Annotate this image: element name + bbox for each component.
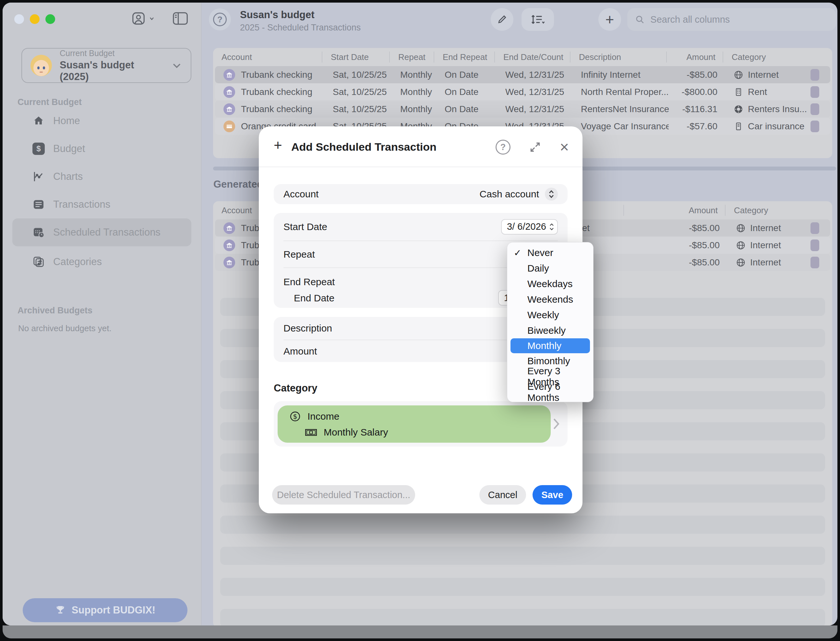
budget-selector-value: Susan's budget (2025)	[60, 59, 163, 83]
support-budgix-button[interactable]: Support BUDGIX!	[23, 598, 187, 622]
check-icon: ✓	[514, 248, 521, 258]
table-row[interactable]: Trubank checking Sat, 10/25/25 Monthly O…	[215, 100, 830, 118]
bank-account-icon	[223, 257, 235, 268]
budget-icon: $	[32, 143, 45, 155]
end-date-label: End Date	[294, 293, 334, 304]
category-color-swatch[interactable]	[811, 87, 819, 97]
home-icon	[32, 115, 45, 127]
account-menu-button[interactable]	[131, 11, 155, 26]
chevron-down-icon	[149, 15, 155, 22]
credit-card-account-icon	[223, 121, 235, 132]
sidebar-item-charts[interactable]: Charts	[12, 163, 191, 190]
help-button[interactable]: ?	[209, 8, 231, 31]
up-down-chevrons-icon	[548, 190, 554, 198]
dialog-help-button[interactable]: ?	[496, 140, 510, 155]
menu-item-biweekly[interactable]: Biweekly	[507, 323, 593, 338]
archived-empty-text: No archived budgets yet.	[18, 324, 111, 333]
edit-button[interactable]	[491, 8, 514, 31]
generated-section-heading: Generated	[213, 179, 263, 190]
budget-selector-label: Current Budget	[60, 48, 163, 58]
repeat-label: Repeat	[283, 249, 315, 260]
sidebar-section-archived-budgets: Archived Budgets	[18, 306, 92, 316]
category-selector[interactable]: $ Income Monthly Salary	[274, 401, 567, 446]
bank-account-icon	[223, 86, 235, 98]
sidebar-section-current-budget: Current Budget	[18, 97, 82, 107]
category-item-label: Monthly Salary	[324, 427, 388, 438]
line-spacing-icon	[531, 13, 545, 26]
menu-item-weekly[interactable]: Weekly	[507, 307, 593, 323]
bank-account-icon	[223, 240, 235, 251]
svg-text:$: $	[293, 412, 297, 420]
dialog-title: Add Scheduled Transaction	[291, 141, 436, 153]
transactions-icon	[32, 198, 45, 211]
category-color-swatch[interactable]	[811, 70, 819, 80]
start-date-stepper[interactable]: 3/ 6/2026	[501, 219, 558, 235]
dialog-expand-button[interactable]	[529, 141, 542, 154]
toggle-sidebar-button[interactable]	[173, 11, 188, 26]
sidebar-item-transactions[interactable]: Transactions	[12, 190, 191, 218]
category-color-swatch[interactable]	[811, 240, 819, 251]
sidebar-item-scheduled-transactions[interactable]: Scheduled Transactions	[12, 218, 191, 246]
chevron-right-icon	[552, 417, 561, 430]
close-window-button[interactable]	[14, 14, 24, 24]
account-select-button[interactable]	[545, 188, 558, 201]
save-button[interactable]: Save	[533, 485, 572, 504]
account-group: Account Cash account	[274, 184, 567, 204]
sidebar-panel-icon	[173, 11, 188, 26]
category-heading: Category	[274, 382, 317, 394]
amount-label: Amount	[283, 346, 317, 357]
page-subtitle: 2025 - Scheduled Transactions	[240, 23, 361, 33]
help-icon: ?	[213, 13, 227, 26]
globe-icon	[736, 240, 746, 250]
menu-item-never[interactable]: ✓ Never	[507, 245, 593, 261]
plus-icon: +	[274, 138, 282, 152]
menu-item-every-6-months[interactable]: Every 6 Months	[507, 384, 593, 400]
trophy-icon	[55, 605, 66, 616]
cancel-button[interactable]: Cancel	[479, 485, 526, 504]
category-color-swatch[interactable]	[811, 121, 819, 132]
menu-item-weekdays[interactable]: Weekdays	[507, 276, 593, 292]
table-row[interactable]: Trubank checking Sat, 10/25/25 Monthly O…	[215, 66, 830, 83]
description-label: Description	[283, 323, 332, 334]
end-repeat-label: End Repeat	[283, 276, 335, 287]
sidebar-item-budget[interactable]: $ Budget	[12, 135, 191, 163]
sidebar-item-categories[interactable]: Categories	[12, 248, 191, 276]
search-input[interactable]	[649, 14, 828, 25]
minimize-window-button[interactable]	[30, 14, 40, 24]
selected-category[interactable]: $ Income Monthly Salary	[278, 406, 551, 443]
bank-account-icon	[223, 103, 235, 115]
add-scheduled-transaction-button[interactable]: +	[598, 8, 621, 31]
globe-icon	[736, 258, 746, 267]
sidebar-item-home[interactable]: Home	[12, 107, 191, 135]
budget-selector[interactable]: Current Budget Susan's budget (2025)	[21, 48, 191, 83]
bank-account-icon	[223, 69, 235, 81]
globe-icon	[733, 70, 743, 80]
close-icon[interactable]: ×	[560, 139, 569, 155]
start-date-label: Start Date	[283, 221, 327, 232]
pencil-icon	[496, 14, 507, 25]
page-title: Susan's budget	[240, 9, 315, 21]
banknote-icon	[305, 427, 317, 438]
delete-scheduled-transaction-button[interactable]: Delete Scheduled Transaction...	[272, 485, 415, 504]
window-controls	[14, 14, 55, 24]
search-icon	[635, 14, 645, 25]
desktop-strip	[3, 625, 837, 638]
sidebar-nav: Home $ Budget Charts Transactions Schedu…	[3, 107, 201, 276]
category-color-swatch[interactable]	[811, 257, 819, 268]
bank-account-icon	[223, 222, 235, 234]
menu-item-daily[interactable]: Daily	[507, 261, 593, 276]
scheduled-transactions-icon	[32, 226, 45, 238]
menu-item-monthly[interactable]: Monthly	[510, 338, 590, 353]
zoom-window-button[interactable]	[45, 14, 55, 24]
table-row[interactable]: Trubank checking Sat, 10/25/25 Monthly O…	[215, 83, 830, 100]
row-height-button[interactable]	[522, 8, 554, 31]
chevron-down-icon	[171, 60, 182, 71]
menu-item-weekends[interactable]: Weekends	[507, 292, 593, 307]
category-color-swatch[interactable]	[811, 223, 819, 234]
date-stepper-arrows[interactable]	[549, 223, 554, 230]
account-select-value[interactable]: Cash account	[480, 188, 539, 200]
category-color-swatch[interactable]	[811, 104, 819, 114]
building-icon	[733, 87, 743, 97]
category-group-label: Income	[307, 411, 339, 422]
search-box[interactable]	[627, 8, 836, 31]
